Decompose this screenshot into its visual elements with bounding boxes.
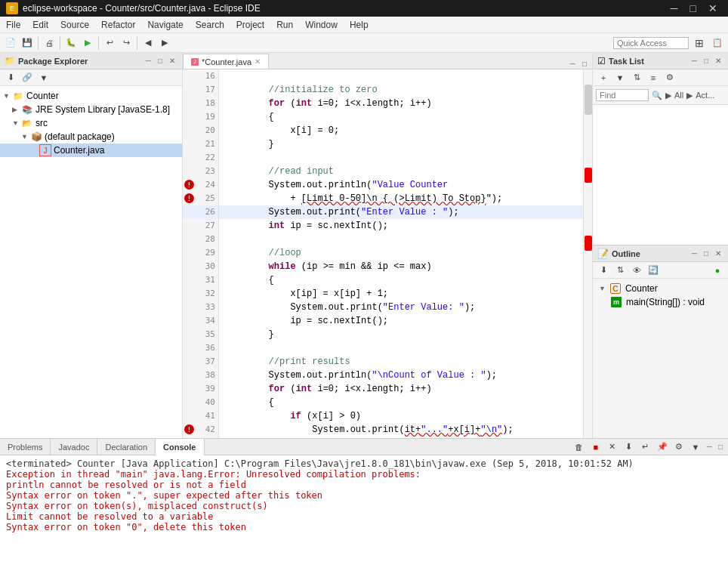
outline-main-method[interactable]: m main(String[]) : void bbox=[596, 295, 725, 309]
console-remove-btn[interactable]: ✕ bbox=[605, 440, 620, 455]
print-button[interactable]: 🖨 bbox=[42, 35, 57, 51]
app-icon: E bbox=[6, 2, 18, 14]
forward-button[interactable]: ▶ bbox=[157, 35, 172, 51]
console-word-wrap-btn[interactable]: ↵ bbox=[638, 440, 653, 455]
outline-hide-btn[interactable]: 👁 bbox=[629, 263, 644, 278]
code-line-28 bbox=[219, 233, 583, 246]
tree-item-counter-java[interactable]: J Counter.java bbox=[0, 144, 182, 157]
new-button[interactable]: 📄 bbox=[3, 35, 18, 51]
outline-min-btn[interactable]: ─ bbox=[689, 248, 699, 258]
tab-close-btn[interactable]: ✕ bbox=[254, 57, 261, 66]
task-group-btn[interactable]: ≡ bbox=[646, 70, 661, 85]
expand-arrow-pkg[interactable]: ▼ bbox=[21, 133, 30, 140]
close-button[interactable]: ✕ bbox=[704, 2, 722, 14]
task-close-btn[interactable]: ✕ bbox=[713, 56, 723, 66]
outline-close-btn[interactable]: ✕ bbox=[713, 248, 723, 258]
code-line-25: + [Limit 0-50]\n { (>Limit) To Stop}"); bbox=[219, 192, 583, 205]
outline-collapse-btn[interactable]: ⬇ bbox=[596, 263, 611, 278]
quick-access-input[interactable] bbox=[613, 37, 689, 49]
package-tree: ▼ 📁 Counter ▶ 📚 JRE System Library [Java… bbox=[0, 86, 182, 438]
task-sort-btn[interactable]: ⇅ bbox=[629, 70, 644, 85]
collapse-all-btn[interactable]: ⬇ bbox=[3, 70, 18, 85]
task-settings-btn[interactable]: ⚙ bbox=[662, 70, 677, 85]
editor-tab-counter-java[interactable]: J *Counter.java ✕ bbox=[183, 54, 269, 69]
tree-item-counter[interactable]: ▼ 📁 Counter bbox=[0, 89, 182, 103]
menu-file[interactable]: File bbox=[0, 18, 26, 32]
console-content: <terminated> Counter [Java Application] … bbox=[0, 455, 728, 574]
editor-minimize-btn[interactable]: ─ bbox=[568, 59, 578, 69]
new-task-btn[interactable]: + bbox=[596, 70, 611, 85]
bottom-min-btn[interactable]: ─ bbox=[705, 442, 714, 452]
tab-console[interactable]: Console bbox=[156, 439, 204, 455]
outline-counter-class[interactable]: ▼ C Counter bbox=[596, 282, 725, 295]
task-min-btn[interactable]: ─ bbox=[689, 56, 699, 66]
perspective-btn[interactable]: ⊞ bbox=[692, 35, 707, 51]
save-button[interactable]: 💾 bbox=[20, 35, 35, 51]
undo-button[interactable]: ↩ bbox=[102, 35, 117, 51]
task-list-icon: ☑ bbox=[597, 56, 606, 66]
window-title: eclipse-workspace - Counter/src/Counter.… bbox=[23, 3, 261, 14]
outline-max-btn[interactable]: □ bbox=[702, 248, 711, 258]
view-menu-btn[interactable]: ▼ bbox=[36, 70, 51, 85]
all-filter[interactable]: ▶ bbox=[665, 91, 671, 100]
bottom-max-btn[interactable]: □ bbox=[716, 442, 725, 452]
code-editor[interactable]: //initialize to zero for (int i=0; i<x.l… bbox=[219, 69, 583, 438]
console-error-1: println cannot be resolved or is not a f… bbox=[6, 480, 722, 490]
menu-source[interactable]: Source bbox=[54, 18, 95, 32]
editor-scrollbar[interactable] bbox=[583, 69, 592, 438]
expand-arrow-counter[interactable]: ▼ bbox=[3, 92, 12, 100]
redo-button[interactable]: ↪ bbox=[119, 35, 134, 51]
all-label[interactable]: All bbox=[674, 91, 683, 100]
find-icon[interactable]: 🔍 bbox=[652, 91, 662, 100]
menu-window[interactable]: Window bbox=[299, 18, 344, 32]
maximize-panel-btn[interactable]: □ bbox=[156, 56, 165, 66]
console-menu-btn[interactable]: ▼ bbox=[688, 440, 703, 455]
perspective-btn2[interactable]: 📋 bbox=[710, 35, 725, 51]
menu-search[interactable]: Search bbox=[190, 18, 230, 32]
console-terminate-btn[interactable]: ■ bbox=[588, 440, 603, 455]
menu-refactor[interactable]: Refactor bbox=[95, 18, 141, 32]
code-line-23: //read input bbox=[219, 165, 583, 178]
console-settings-btn[interactable]: ⚙ bbox=[671, 440, 686, 455]
editor-maximize-btn[interactable]: □ bbox=[580, 59, 589, 69]
link-editor-btn[interactable]: 🔗 bbox=[20, 70, 35, 85]
code-line-20: x[i] = 0; bbox=[219, 124, 583, 137]
expand-arrow-src[interactable]: ▼ bbox=[12, 119, 21, 127]
tab-java-icon: J bbox=[191, 58, 199, 66]
menu-navigate[interactable]: Navigate bbox=[141, 18, 189, 32]
menu-run[interactable]: Run bbox=[270, 18, 299, 32]
task-find-input[interactable] bbox=[596, 89, 649, 101]
minimize-button[interactable]: ─ bbox=[666, 2, 683, 14]
tab-declaration[interactable]: Declaration bbox=[97, 439, 156, 455]
tree-item-default-pkg[interactable]: ▼ 📦 (default package) bbox=[0, 130, 182, 144]
window-controls[interactable]: ─ □ ✕ bbox=[666, 2, 722, 14]
scroll-thumb[interactable] bbox=[585, 85, 592, 115]
task-max-btn[interactable]: □ bbox=[702, 56, 711, 66]
back-button[interactable]: ◀ bbox=[140, 35, 156, 51]
run-button[interactable]: ▶ bbox=[80, 35, 95, 51]
outline-sort-btn[interactable]: ⇅ bbox=[612, 263, 628, 278]
maximize-button[interactable]: □ bbox=[686, 2, 701, 14]
tree-item-src[interactable]: ▼ 📂 src bbox=[0, 116, 182, 130]
task-filter-btn[interactable]: ▼ bbox=[612, 70, 628, 85]
tab-problems[interactable]: Problems bbox=[0, 439, 51, 455]
code-line-17: //initialize to zero bbox=[219, 83, 583, 97]
console-clear-btn[interactable]: 🗑 bbox=[572, 440, 587, 455]
tree-item-jre[interactable]: ▶ 📚 JRE System Library [JavaSE-1.8] bbox=[0, 103, 182, 116]
code-line-21: } bbox=[219, 137, 583, 151]
editor-tab-controls: ─ □ bbox=[565, 59, 592, 69]
console-scroll-btn[interactable]: ⬇ bbox=[622, 440, 637, 455]
act-filter[interactable]: ▶ bbox=[686, 91, 693, 100]
task-list-header: ☑ Task List ─ □ ✕ bbox=[593, 53, 728, 69]
console-pin-btn[interactable]: 📌 bbox=[655, 440, 670, 455]
menu-help[interactable]: Help bbox=[344, 18, 375, 32]
tab-javadoc[interactable]: Javadoc bbox=[51, 439, 97, 455]
outline-sync-btn[interactable]: 🔄 bbox=[646, 263, 661, 278]
menu-edit[interactable]: Edit bbox=[26, 18, 54, 32]
menu-project[interactable]: Project bbox=[230, 18, 270, 32]
outline-green-btn[interactable]: ● bbox=[710, 263, 725, 278]
debug-button[interactable]: 🐛 bbox=[63, 35, 79, 51]
minimize-panel-btn[interactable]: ─ bbox=[143, 56, 153, 66]
close-panel-btn[interactable]: ✕ bbox=[167, 56, 177, 66]
act-label[interactable]: Act... bbox=[696, 91, 714, 100]
